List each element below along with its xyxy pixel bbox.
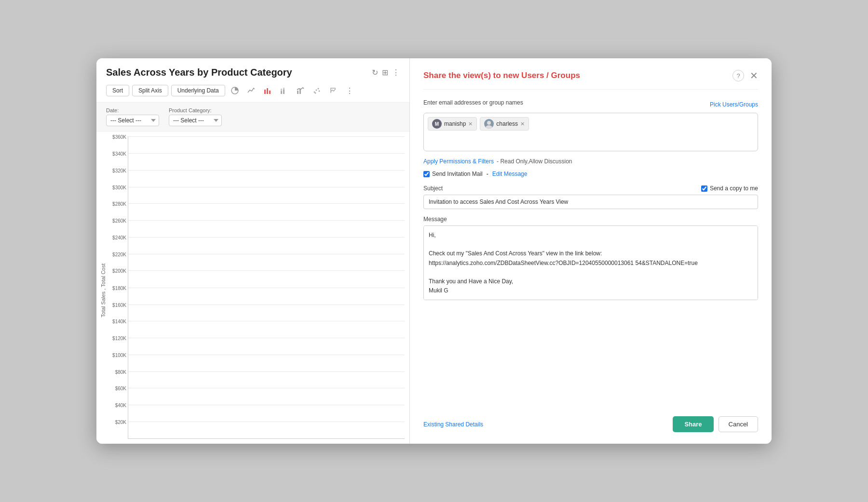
share-button[interactable]: Share (673, 416, 713, 432)
footer-row: Existing Shared Details Share Cancel (423, 409, 758, 432)
svg-point-14 (318, 91, 320, 92)
combo-chart-icon[interactable] (294, 84, 307, 97)
chart-panel: Sales Across Years by Product Category ↻… (96, 58, 410, 444)
svg-rect-4 (281, 91, 282, 94)
share-dialog: Share the view(s) to new Users / Groups … (410, 58, 772, 444)
svg-point-15 (487, 121, 491, 125)
send-invitation-label: Send Invitation Mail (423, 171, 483, 177)
line-chart-icon[interactable] (244, 84, 258, 97)
email-input-area[interactable]: M manishp ✕ charless ✕ (423, 113, 758, 151)
share-header: Share the view(s) to new Users / Groups … (423, 70, 758, 90)
svg-point-13 (317, 88, 319, 90)
edit-message-link[interactable]: Edit Message (492, 171, 528, 177)
manishp-label: manishp (444, 120, 466, 127)
permissions-row: Apply Permissions & Filters - Read Only,… (423, 158, 758, 165)
help-icon[interactable]: ? (732, 70, 744, 81)
svg-rect-5 (281, 89, 282, 91)
user-tag-charless: charless ✕ (480, 117, 529, 131)
more-icon[interactable]: ⋮ (392, 68, 400, 77)
pivot-icon[interactable] (326, 84, 340, 97)
charless-label: charless (496, 120, 518, 127)
svg-rect-8 (297, 91, 298, 94)
message-label: Message (423, 216, 758, 223)
refresh-icon[interactable]: ↻ (372, 68, 378, 77)
main-container: Sales Across Years by Product Category ↻… (96, 58, 772, 444)
date-filter-select[interactable]: --- Select --- (106, 115, 159, 126)
svg-rect-9 (299, 89, 301, 94)
chart-title: Sales Across Years by Product Category (106, 67, 292, 78)
underlying-data-button[interactable]: Underlying Data (171, 85, 225, 96)
bar-chart-icon[interactable] (261, 84, 274, 97)
sort-button[interactable]: Sort (106, 85, 129, 96)
share-dialog-title: Share the view(s) to new Users / Groups (423, 71, 580, 80)
more-options-icon[interactable]: ⋮ (343, 84, 356, 97)
grid-icon[interactable]: ⊞ (382, 68, 388, 77)
toolbar: Sort Split Axis Underlying Data (106, 84, 400, 97)
copy-me-row: Send a copy to me (701, 185, 758, 192)
subject-input[interactable] (423, 195, 758, 209)
email-section-header: Enter email addresses or group names Pic… (423, 99, 758, 110)
send-copy-checkbox[interactable] (701, 185, 707, 192)
split-axis-button[interactable]: Split Axis (132, 85, 168, 96)
cancel-button[interactable]: Cancel (719, 416, 758, 432)
send-invitation-checkbox[interactable] (423, 171, 430, 177)
chart-header: Sales Across Years by Product Category ↻… (96, 58, 409, 103)
chart-inner: $360K $340K $320K $300K $280K $260K $240… (128, 136, 405, 439)
svg-rect-7 (283, 88, 285, 90)
chart-title-row: Sales Across Years by Product Category ↻… (106, 67, 400, 78)
svg-rect-2 (267, 88, 268, 94)
permissions-text: - Read Only,Allow Discussion (497, 158, 572, 165)
svg-point-16 (486, 125, 492, 129)
manishp-avatar: M (432, 119, 442, 129)
svg-rect-1 (264, 90, 266, 94)
date-filter-group: Date: --- Select --- (106, 107, 159, 126)
message-textarea[interactable]: Hi, Check out my "Sales And Cost Across … (423, 225, 758, 300)
chart-grid: $360K $340K $320K $300K $280K $260K $240… (128, 136, 405, 439)
filters-row: Date: --- Select --- Product Category: -… (96, 103, 409, 132)
stacked-bar-icon[interactable] (277, 84, 291, 97)
bars-container (138, 136, 400, 438)
close-icon[interactable]: ✕ (750, 70, 758, 81)
existing-shared-details-link[interactable]: Existing Shared Details (423, 421, 483, 428)
y-axis-label: Total Sales , Total Cost (100, 264, 106, 317)
product-filter-label: Product Category: (169, 107, 222, 113)
footer-buttons: Share Cancel (673, 416, 758, 432)
product-filter-select[interactable]: --- Select --- (169, 115, 222, 126)
svg-rect-6 (283, 90, 285, 94)
scatter-icon[interactable] (310, 84, 324, 97)
manishp-remove-button[interactable]: ✕ (468, 121, 473, 127)
svg-point-11 (315, 90, 317, 91)
svg-rect-3 (269, 91, 271, 94)
send-copy-label: Send a copy to me (710, 185, 758, 192)
share-header-icons: ? ✕ (732, 70, 758, 81)
subject-label: Subject (423, 185, 443, 192)
product-filter-group: Product Category: --- Select --- (169, 107, 222, 126)
apply-permissions-link[interactable]: Apply Permissions & Filters (423, 158, 494, 165)
svg-point-12 (314, 92, 316, 94)
invitation-row: Send Invitation Mail - Edit Message (423, 171, 758, 177)
charless-avatar (484, 119, 494, 129)
invitation-separator: - (487, 171, 488, 177)
date-filter-label: Date: (106, 107, 159, 113)
charless-remove-button[interactable]: ✕ (520, 121, 525, 127)
pie-chart-icon[interactable] (228, 84, 242, 97)
email-section-label: Enter email addresses or group names (423, 99, 523, 106)
chart-area: Total Sales , Total Cost $360K $340K $32… (96, 132, 409, 444)
send-invitation-text: Send Invitation Mail (432, 171, 483, 177)
chart-title-icons: ↻ ⊞ ⋮ (372, 68, 400, 77)
pick-users-link[interactable]: Pick Users/Groups (710, 101, 758, 108)
subject-row: Subject Send a copy to me (423, 185, 758, 192)
user-tag-manishp: M manishp ✕ (428, 117, 477, 131)
